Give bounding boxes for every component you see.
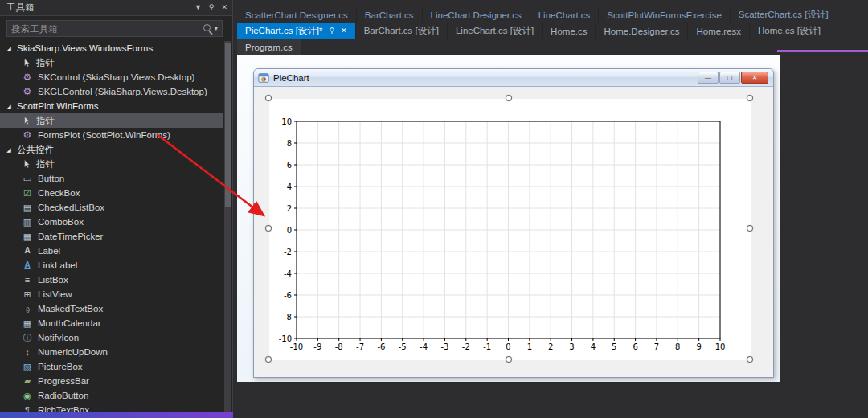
tab-linechart-cs[interactable]: LineChart.cs [530,7,600,23]
tab-scatterchart-designer-cs[interactable]: ScatterChart.Designer.cs [237,7,357,23]
selection-handle[interactable] [747,95,753,101]
toolbox-item-button[interactable]: ▭Button [0,171,223,186]
toolbox-group-scottplot-winforms[interactable]: ◢ScottPlot.WinForms [0,99,223,113]
tab-home-cs[interactable]: Home.cs [542,23,596,39]
tab-home-resx[interactable]: Home.resx [688,23,750,39]
tab-piechart-cs[interactable]: PieChart.cs [设计]*⚲✕ [237,23,356,39]
svg-text:4: 4 [287,182,292,191]
toolbox-item-item[interactable]: 指针 [0,55,223,70]
toolbox-item-progressbar[interactable]: ▰ProgressBar [0,374,223,388]
chevron-down-icon[interactable]: ▼ [194,4,202,11]
toolbox-item-item[interactable]: 指针 [0,113,223,128]
toolbox-item-notifyicon[interactable]: ⓘNotifyIcon [0,330,223,345]
svg-text:-10: -10 [279,334,292,343]
toolbox-item-radiobutton[interactable]: ◉RadioButton [0,388,223,403]
toolbox-item-checkbox[interactable]: ☑CheckBox [0,186,223,200]
svg-text:1: 1 [527,342,532,351]
selection-handle[interactable] [506,356,512,363]
tab-label: Home.Designer.cs [604,27,679,36]
selection-handle[interactable] [747,356,753,363]
toolbox-item-item[interactable]: 指针 [0,157,223,171]
selection-handle[interactable] [506,95,512,101]
toolbox-item-label: ListView [38,289,72,299]
svg-text:8: 8 [675,342,680,351]
toolbox-item-combobox[interactable]: ▥ComboBox [0,215,223,229]
svg-text:10: 10 [715,342,726,351]
selection-handle[interactable] [265,356,272,363]
pin-icon[interactable]: ⚲ [209,4,215,11]
svg-text:9: 9 [696,342,701,351]
toolbox-panel: 工具箱 ▼ ⚲ ✕ ▾ ◢SkiaSharp.Views.WindowsForm… [0,0,233,418]
listbox-icon: ≡ [22,274,33,285]
selection-handle[interactable] [265,95,272,101]
svg-text:6: 6 [287,161,292,170]
toolbox-item-label: RadioButton [38,391,88,400]
toolbox-search[interactable]: ▾ [6,20,223,37]
toolbox-group-label: ScottPlot.WinForms [17,101,99,111]
tab-label: BarChart.cs [365,10,414,20]
minimize-button[interactable]: — [698,72,719,84]
toolbox-group-label: 公共控件 [17,144,54,156]
toolbox-item-label[interactable]: ALabel [0,244,223,258]
pointer-icon [22,116,31,126]
tab-linechart-cs[interactable]: LineChart.cs [设计] [448,23,542,39]
tab-barchart-cs[interactable]: BarChart.cs [357,7,423,23]
tab-scatterchart-cs[interactable]: ScatterChart.cs [设计] [731,7,837,23]
toolbox-item-picturebox[interactable]: ▨PictureBox [0,359,223,374]
toolbox-item-checkedlistbox[interactable]: ▤CheckedListBox [0,200,223,215]
tab-label: PieChart.cs [设计]* [245,25,323,37]
accent-line [777,50,868,52]
selection-handle[interactable] [747,225,753,232]
button-icon: ▭ [22,173,33,184]
toolbox-group-label: SkiaSharp.Views.WindowsForms [17,43,153,53]
tab-scottplotwinformsexercise[interactable]: ScottPlotWinFormsExercise [599,7,731,23]
toolbox-item-skcontrol-skiasharp-views-desktop[interactable]: ⚙SKControl (SkiaSharp.Views.Desktop) [0,70,223,84]
winforms-designer-form[interactable]: PieChart — ▢ ✕ -10-9-8-7-6-5-4-3-2-10123… [253,68,774,378]
toolbox-item-numericupdown[interactable]: ↕NumericUpDown [0,345,223,359]
toolbox-item-richtextbox[interactable]: ¶RichTextBox [0,403,223,412]
tab-home-designer-cs[interactable]: Home.Designer.cs [596,23,688,39]
toolbox-item-label: NotifyIcon [38,333,79,342]
search-icon[interactable] [203,24,211,31]
toolbox-item-label: MaskedTextBox [38,304,103,314]
close-icon[interactable]: ✕ [221,4,227,11]
close-icon[interactable]: ✕ [341,27,347,35]
chevron-down-icon[interactable]: ▾ [214,25,218,32]
pin-icon[interactable]: ⚲ [330,27,335,35]
toolbox-item-datetimepicker[interactable]: ▦DateTimePicker [0,229,223,244]
svg-text:-1: -1 [483,342,491,351]
toolbox-item-label: Label [38,246,60,256]
maximize-button[interactable]: ▢ [719,72,740,84]
notifyicon-icon: ⓘ [22,332,33,343]
svg-text:-5: -5 [399,342,407,351]
selection-handle[interactable] [265,225,272,232]
toolbox-item-listview[interactable]: ⊞ListView [0,287,223,301]
designer-surface[interactable]: PieChart — ▢ ✕ -10-9-8-7-6-5-4-3-2-10123… [237,55,780,382]
picturebox-icon: ▨ [22,361,33,372]
tab-linechart-designer-cs[interactable]: LineChart.Designer.cs [423,7,530,23]
toolbox-group-skiasharp-views-windowsforms[interactable]: ◢SkiaSharp.Views.WindowsForms [0,41,223,55]
close-window-button[interactable]: ✕ [741,72,768,84]
form-titlebar[interactable]: PieChart — ▢ ✕ [254,69,773,87]
pointer-icon [22,58,31,68]
toolbox-tree: ◢SkiaSharp.Views.WindowsForms指针⚙SKContro… [0,41,223,412]
toolbox-item-listbox[interactable]: ≡ListBox [0,273,223,287]
toolbox-item-monthcalendar[interactable]: ▦MonthCalendar [0,316,223,330]
toolbox-item-skglcontrol-skiasharp-views-desktop[interactable]: ⚙SKGLControl (SkiaSharp.Views.Desktop) [0,84,223,99]
toolbox-search-input[interactable] [11,24,201,34]
toolbox-item-maskedtextbox[interactable]: (.)MaskedTextBox [0,301,223,316]
toolbox-scrollbar[interactable] [224,41,231,412]
tab-barchart-cs[interactable]: BarChart.cs [设计] [356,23,448,39]
toolbox-group-item[interactable]: ◢公共控件 [0,142,223,157]
toolbox-item-formsplot-scottplot-winforms[interactable]: ⚙FormsPlot (ScottPlot.WinForms) [0,128,223,142]
formsplot-control[interactable]: -10-9-8-7-6-5-4-3-2-10123456789101086420… [269,99,751,360]
svg-text:-8: -8 [284,313,292,322]
maskedtextbox-icon: (.) [22,303,33,314]
scrollbar-thumb[interactable] [225,43,231,207]
toolbox-item-linklabel[interactable]: ALinkLabel [0,258,223,273]
toolbox-item-label: ListBox [38,275,68,285]
checkbox-icon: ☑ [22,187,33,199]
tab-program-cs[interactable]: Program.cs [237,39,301,55]
toolbox-item-label: RichTextBox [38,405,89,412]
tab-home-cs[interactable]: Home.cs [设计] [750,23,829,39]
